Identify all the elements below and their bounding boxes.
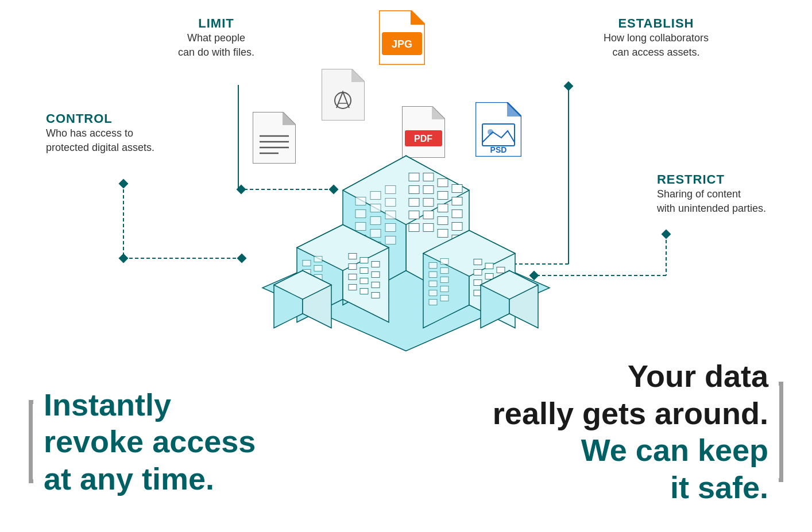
svg-rect-80	[349, 274, 357, 279]
dot-control-top	[119, 179, 129, 189]
control-label-block: CONTROL Who has access to protected digi…	[46, 111, 154, 155]
restrict-subtitle-2: with unintended parties.	[657, 201, 766, 216]
svg-rect-39	[452, 184, 462, 192]
control-subtitle-2: protected digital assets.	[46, 141, 154, 155]
svg-rect-48	[409, 211, 419, 219]
svg-rect-49	[423, 211, 434, 219]
limit-label-block: LIMIT What people can do with files.	[178, 16, 254, 60]
svg-rect-36	[409, 173, 419, 181]
svg-rect-46	[438, 204, 448, 212]
bottom-left-line3: at any time.	[44, 460, 256, 498]
bottom-left-line2: revoke access	[44, 423, 256, 460]
svg-rect-70	[385, 236, 396, 244]
svg-rect-85	[372, 292, 380, 298]
dot-establish-top	[564, 81, 574, 91]
svg-rect-63	[370, 216, 381, 224]
svg-rect-45	[423, 198, 434, 206]
svg-rect-77	[349, 263, 357, 269]
svg-rect-75	[360, 257, 368, 263]
svg-rect-101	[497, 267, 505, 273]
limit-title: LIMIT	[178, 16, 254, 31]
svg-rect-115	[429, 281, 437, 286]
svg-rect-54	[438, 229, 448, 237]
svg-rect-38	[438, 178, 448, 187]
right-bracket	[779, 382, 783, 482]
svg-rect-103	[485, 273, 493, 279]
svg-rect-41	[423, 185, 434, 193]
bottom-right-line4: it safe.	[493, 469, 768, 506]
svg-rect-116	[440, 277, 448, 282]
dot-control-building	[119, 254, 129, 263]
svg-rect-51	[452, 222, 462, 230]
svg-rect-42	[438, 191, 448, 199]
svg-rect-83	[349, 284, 357, 290]
svg-rect-86	[303, 260, 311, 266]
svg-rect-40	[409, 185, 419, 193]
svg-rect-102	[474, 269, 482, 275]
svg-rect-99	[474, 259, 482, 265]
svg-rect-81	[360, 278, 368, 284]
svg-rect-113	[429, 271, 437, 277]
svg-rect-44	[409, 198, 419, 206]
restrict-subtitle-1: Sharing of content	[657, 187, 766, 201]
left-bracket	[29, 400, 33, 483]
svg-rect-47	[452, 209, 462, 218]
svg-rect-58	[385, 185, 396, 193]
svg-rect-64	[385, 211, 396, 219]
svg-rect-53	[423, 223, 434, 231]
bottom-left-section: Instantly revoke access at any time.	[29, 386, 256, 498]
svg-rect-89	[314, 265, 322, 271]
bottom-left-text-block: Instantly revoke access at any time.	[44, 386, 256, 498]
svg-rect-87	[314, 256, 322, 262]
svg-rect-74	[349, 253, 357, 259]
bottom-right-line2: really gets around.	[493, 395, 768, 432]
bottom-right-section: Your data really gets around. We can kee…	[493, 358, 783, 506]
svg-rect-82	[372, 282, 380, 288]
bottom-right-line1: Your data	[493, 358, 768, 395]
svg-rect-52	[409, 223, 419, 231]
svg-rect-66	[370, 229, 381, 237]
svg-rect-50	[438, 216, 448, 224]
svg-rect-57	[370, 191, 381, 199]
svg-rect-60	[370, 204, 381, 212]
control-title: CONTROL	[46, 111, 154, 126]
svg-rect-76	[372, 261, 380, 267]
svg-rect-114	[440, 267, 448, 273]
svg-rect-117	[429, 290, 437, 296]
svg-text:JPG: JPG	[392, 38, 412, 50]
svg-rect-100	[485, 263, 493, 269]
svg-rect-120	[440, 295, 448, 301]
limit-subtitle-1: What people	[178, 31, 254, 45]
svg-rect-43	[452, 197, 462, 205]
svg-rect-84	[360, 288, 368, 294]
svg-rect-37	[423, 173, 434, 181]
svg-marker-9	[411, 10, 425, 25]
limit-subtitle-2: can do with files.	[178, 45, 254, 60]
restrict-title: RESTRICT	[657, 172, 766, 187]
dot-restrict-top	[662, 230, 671, 239]
svg-rect-62	[355, 222, 366, 230]
svg-rect-78	[360, 267, 368, 273]
main-container: LIMIT What people can do with files. EST…	[0, 0, 812, 532]
establish-subtitle-1: How long collaborators	[604, 31, 709, 45]
establish-label-block: ESTABLISH How long collaborators can acc…	[604, 16, 709, 60]
bottom-right-line3: We can keep	[493, 432, 768, 469]
restrict-label-block: RESTRICT Sharing of content with uninten…	[657, 172, 766, 216]
bottom-right-text-block: Your data really gets around. We can kee…	[493, 358, 768, 506]
svg-rect-118	[440, 286, 448, 292]
establish-subtitle-2: can access assets.	[604, 45, 709, 60]
jpg-file-icon: JPG	[379, 10, 425, 67]
svg-rect-111	[429, 262, 437, 268]
svg-rect-79	[372, 271, 380, 277]
svg-rect-119	[429, 299, 437, 305]
svg-rect-67	[385, 223, 396, 231]
svg-rect-56	[355, 197, 366, 205]
svg-rect-61	[385, 198, 396, 206]
control-subtitle-1: Who has access to	[46, 126, 154, 141]
establish-title: ESTABLISH	[604, 16, 709, 31]
svg-rect-112	[440, 258, 448, 264]
svg-rect-59	[355, 209, 366, 218]
bottom-left-line1: Instantly	[44, 386, 256, 424]
